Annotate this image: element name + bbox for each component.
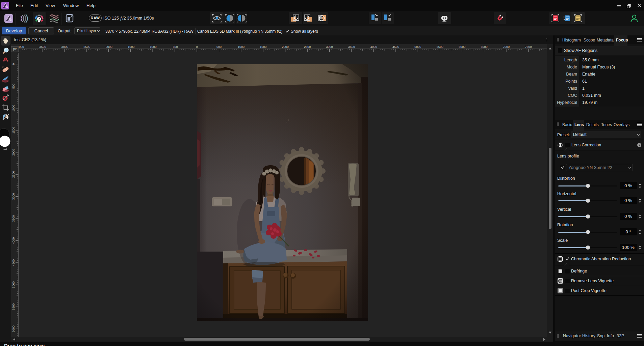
- svg-text:5500: 5500: [12, 304, 15, 310]
- svg-text:6000: 6000: [12, 325, 15, 332]
- svg-text:3500: 3500: [348, 45, 355, 49]
- svg-text:4000: 4000: [12, 237, 15, 244]
- svg-text:0: 0: [196, 45, 198, 49]
- svg-text:1000: 1000: [238, 45, 244, 49]
- svg-text:2500: 2500: [304, 45, 311, 49]
- svg-text:3000: 3000: [12, 193, 15, 200]
- svg-text:6000: 6000: [459, 45, 465, 49]
- svg-text:4500: 4500: [392, 45, 399, 49]
- svg-text:6500: 6500: [481, 45, 488, 49]
- svg-text:5000: 5000: [414, 45, 421, 49]
- svg-text:5500: 5500: [437, 45, 443, 49]
- svg-text:3000: 3000: [326, 45, 333, 49]
- svg-text:-3000: -3000: [60, 45, 68, 49]
- svg-text:2500: 2500: [12, 171, 15, 178]
- svg-text:500: 500: [216, 45, 222, 49]
- svg-text:-2000: -2000: [105, 45, 112, 49]
- svg-text:4500: 4500: [12, 259, 15, 266]
- svg-text:-2500: -2500: [82, 45, 90, 49]
- svg-text:-1500: -1500: [127, 45, 134, 49]
- svg-text:0: 0: [12, 63, 15, 65]
- svg-text:-3500: -3500: [38, 45, 46, 49]
- svg-text:4000: 4000: [370, 45, 377, 49]
- svg-text:5000: 5000: [12, 281, 15, 288]
- svg-text:3500: 3500: [12, 215, 15, 222]
- svg-text:1500: 1500: [260, 45, 266, 49]
- svg-text:1000: 1000: [12, 105, 15, 112]
- svg-text:1500: 1500: [12, 127, 15, 134]
- svg-text:500: 500: [12, 84, 15, 89]
- svg-text:2000: 2000: [12, 149, 15, 156]
- svg-text:7000: 7000: [503, 45, 510, 49]
- svg-text:2000: 2000: [282, 45, 289, 49]
- svg-text:-500: -500: [172, 45, 178, 49]
- svg-text:7500: 7500: [525, 45, 532, 49]
- svg-text:-1000: -1000: [149, 45, 157, 49]
